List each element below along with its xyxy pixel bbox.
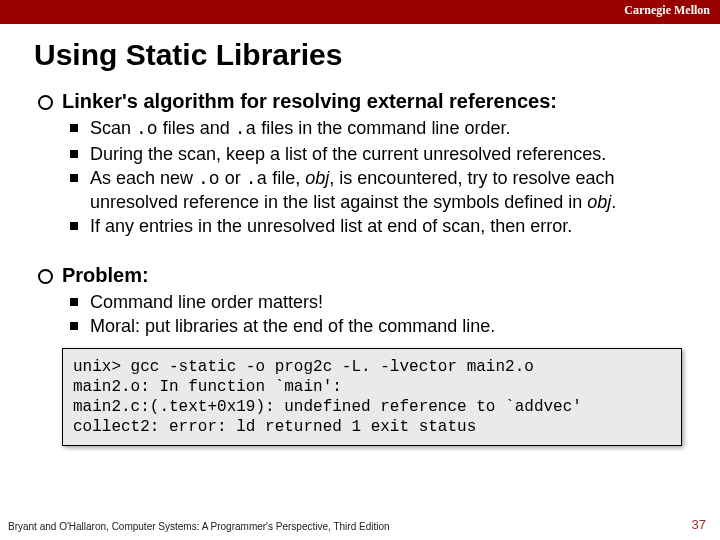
bullet-1-4: If any entries in the unresolved list at…	[34, 215, 686, 238]
text: or	[220, 168, 246, 188]
footer-text: Bryant and O'Hallaron, Computer Systems:…	[8, 521, 390, 532]
code-inline: .o	[136, 119, 158, 139]
page-title: Using Static Libraries	[34, 38, 720, 72]
code-inline: .a	[246, 169, 268, 189]
text: As each new	[90, 168, 198, 188]
page-number: 37	[692, 517, 706, 532]
content-area: Linker's algorithm for resolving externa…	[34, 90, 686, 446]
italic: obj	[587, 192, 611, 212]
slide: Carnegie Mellon Using Static Libraries L…	[0, 0, 720, 540]
section-heading-2: Problem:	[34, 264, 686, 287]
text: Scan	[90, 118, 136, 138]
top-bar: Carnegie Mellon	[0, 0, 720, 24]
code-inline: .a	[235, 119, 257, 139]
italic: obj	[305, 168, 329, 188]
code-block: unix> gcc -static -o prog2c -L. -lvector…	[62, 348, 682, 446]
bullet-1-3: As each new .o or .a file, obj, is encou…	[34, 167, 686, 213]
brand-label: Carnegie Mellon	[624, 3, 710, 18]
text: file,	[267, 168, 305, 188]
bullet-2-1: Command line order matters!	[34, 291, 686, 314]
text: files in the command line order.	[256, 118, 510, 138]
bullet-2-2: Moral: put libraries at the end of the c…	[34, 315, 686, 338]
bullet-1-2: During the scan, keep a list of the curr…	[34, 143, 686, 166]
code-inline: .o	[198, 169, 220, 189]
bullet-1-1: Scan .o files and .a files in the comman…	[34, 117, 686, 141]
text: files and	[158, 118, 235, 138]
text: .	[611, 192, 616, 212]
section-heading-1: Linker's algorithm for resolving externa…	[34, 90, 686, 113]
spacer	[34, 240, 686, 254]
